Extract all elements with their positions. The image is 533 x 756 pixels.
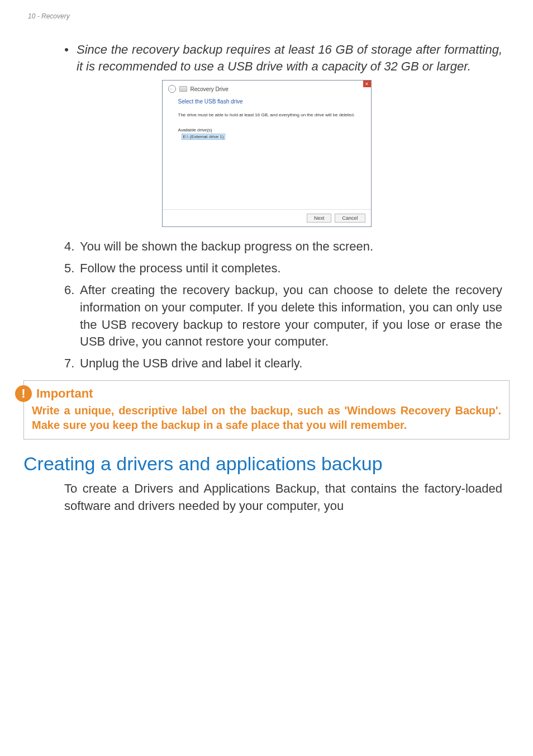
list-marker: 4. bbox=[64, 238, 80, 256]
dialog-titlebar: ← Recovery Drive bbox=[163, 81, 371, 97]
section-heading: Creating a drivers and applications back… bbox=[0, 453, 533, 475]
callout-header: ! Important bbox=[32, 385, 501, 402]
next-button[interactable]: Next bbox=[307, 214, 332, 223]
bullet-marker: • bbox=[64, 41, 77, 74]
bullet-text: Since the recovery backup requires at le… bbox=[77, 41, 502, 74]
dialog-spacer bbox=[178, 140, 355, 201]
list-text: After creating the recovery backup, you … bbox=[80, 282, 502, 351]
dialog-body: Select the USB flash drive The drive mus… bbox=[163, 97, 371, 209]
bullet-item: • Since the recovery backup requires at … bbox=[64, 41, 502, 74]
list-item: 7. Unplug the USB drive and label it cle… bbox=[64, 355, 502, 372]
list-text: Unplug the USB drive and label it clearl… bbox=[80, 355, 502, 372]
dialog-button-row: Next Cancel bbox=[163, 209, 371, 226]
callout-title: Important bbox=[36, 386, 93, 401]
exclamation-icon: ! bbox=[15, 385, 32, 402]
drive-icon bbox=[179, 86, 187, 92]
section-paragraph: To create a Drivers and Applications Bac… bbox=[64, 480, 502, 515]
numbered-list: 4. You will be shown the backup progress… bbox=[64, 238, 502, 372]
callout-body: Write a unique, descriptive label on the… bbox=[32, 403, 501, 432]
list-marker: 7. bbox=[64, 355, 80, 372]
screenshot-container: × ← Recovery Drive Select the USB flash … bbox=[31, 80, 502, 227]
available-drives-label: Available drive(s) bbox=[178, 127, 355, 133]
dialog-message: The drive must be able to hold at least … bbox=[178, 112, 355, 117]
list-item: 4. You will be shown the backup progress… bbox=[64, 238, 502, 256]
recovery-drive-dialog: × ← Recovery Drive Select the USB flash … bbox=[162, 80, 372, 227]
dialog-heading: Select the USB flash drive bbox=[178, 98, 355, 105]
list-text: You will be shown the backup progress on… bbox=[80, 238, 502, 256]
dialog-title: Recovery Drive bbox=[191, 86, 229, 92]
page-header: 10 - Recovery bbox=[0, 0, 533, 20]
cancel-button[interactable]: Cancel bbox=[335, 214, 365, 223]
close-icon[interactable]: × bbox=[363, 81, 371, 87]
list-text: Follow the process until it completes. bbox=[80, 260, 502, 277]
page-content: • Since the recovery backup requires at … bbox=[0, 20, 533, 372]
selected-drive-item[interactable]: E:\ (External drive 1) bbox=[182, 134, 226, 140]
list-marker: 6. bbox=[64, 282, 80, 351]
list-item: 5. Follow the process until it completes… bbox=[64, 260, 502, 277]
list-item: 6. After creating the recovery backup, y… bbox=[64, 282, 502, 351]
back-icon[interactable]: ← bbox=[168, 85, 176, 93]
important-callout: ! Important Write a unique, descriptive … bbox=[23, 380, 510, 440]
list-marker: 5. bbox=[64, 260, 80, 277]
